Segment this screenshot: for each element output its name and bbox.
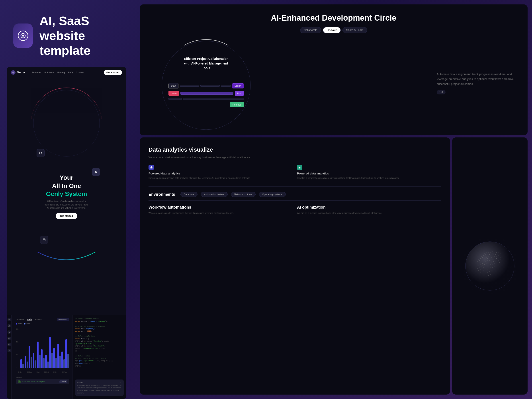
svg-point-30: [485, 254, 486, 255]
svg-point-49: [481, 260, 481, 260]
svg-point-28: [481, 256, 482, 257]
chart-area: 60k 40k 20k 0: [16, 326, 69, 370]
code-line-9: 'john@example.com' {'}'},: [75, 342, 124, 345]
svg-point-82: [488, 260, 488, 261]
brand-title-text: AI, SaaS website template: [39, 13, 120, 58]
svg-point-46: [498, 252, 499, 253]
svg-point-118: [480, 272, 481, 273]
wf-row-2: Laura Alex: [168, 91, 244, 96]
tab-innovate[interactable]: Innovate: [323, 27, 341, 33]
detail-button[interactable]: Detail ▾: [59, 380, 67, 383]
bar-group-11: [61, 352, 65, 368]
svg-point-20: [466, 242, 514, 290]
svg-point-93: [481, 266, 481, 267]
nav-pricing[interactable]: Pricing: [57, 71, 65, 74]
analytics-content: Overview Traffic Reports Datatype ▼ Clic…: [16, 318, 69, 384]
env-header: Environments Database Automation testers…: [149, 192, 441, 197]
node-release[interactable]: Release: [230, 102, 244, 107]
svg-point-66: [486, 259, 486, 260]
env-title: Environments: [149, 192, 175, 197]
svg-point-102: [497, 260, 497, 261]
sidebar-icon-file[interactable]: [7, 330, 11, 334]
bar-12-blue: [65, 339, 67, 368]
svg-point-77: [479, 265, 479, 266]
account-text: ↑ 224 new users subscription: [22, 381, 58, 383]
hero-arc-gradient: [35, 250, 98, 267]
bar-3-light: [31, 357, 32, 368]
svg-point-134: [493, 270, 493, 271]
env-tag-os[interactable]: Operating systems: [259, 192, 286, 197]
nav-cta-button[interactable]: Get started: [104, 70, 122, 75]
svg-point-62: [479, 263, 479, 263]
nav-features[interactable]: Features: [32, 71, 41, 74]
x-label-2: 25 Sep: [27, 371, 32, 373]
analytics-tabs: Overview Traffic Reports Datatype ▼: [16, 318, 69, 321]
account-label: Account: [16, 376, 69, 378]
tab-badge[interactable]: Datatype ▼: [57, 318, 69, 321]
account-item: ↑ 224 new users subscription Detail ▾: [16, 379, 69, 384]
sidebar-icon-settings[interactable]: [7, 337, 11, 340]
svg-point-73: [498, 256, 499, 256]
legend-label-view: View: [26, 323, 30, 325]
svg-point-86: [494, 259, 495, 259]
hero-cta-button[interactable]: Get started: [56, 213, 77, 219]
svg-point-88: [498, 258, 499, 258]
code-line-1: // Import required modules: [75, 318, 124, 320]
bar-12-light: [67, 354, 69, 368]
env-tag-database[interactable]: Database: [180, 192, 197, 197]
x-label-6: 30 Nov: [62, 371, 67, 373]
tab-overview[interactable]: Overview: [16, 318, 24, 321]
sidebar-icon-chart[interactable]: [7, 324, 11, 327]
svg-point-23: [484, 253, 485, 253]
sidebar-icon-trash[interactable]: [7, 349, 11, 352]
node-laura[interactable]: Laura: [168, 91, 179, 96]
y-60k: 60k: [16, 328, 18, 330]
sidebar-icon-refresh[interactable]: [7, 343, 11, 346]
svg-point-99: [491, 262, 492, 262]
brand-header: AI, SaaS website template: [0, 0, 133, 67]
feature-card-2: Powered data analytics Develop a compreh…: [297, 165, 441, 180]
svg-point-119: [482, 272, 482, 272]
svg-point-37: [482, 257, 483, 258]
tab-traffic[interactable]: Traffic: [27, 318, 32, 321]
tab-share-learn[interactable]: Share & Learn: [342, 27, 367, 33]
wf-row-3: [168, 98, 244, 100]
nav-solutions[interactable]: Solutions: [44, 71, 54, 74]
svg-point-58: [497, 254, 498, 254]
da-subtitle: We are on a mission to revolutionize the…: [149, 155, 441, 159]
node-alex[interactable]: Alex: [235, 91, 244, 96]
node-start[interactable]: Start: [168, 83, 178, 89]
code-line-17: {'}'});: [75, 365, 124, 367]
bar-10-light: [59, 356, 61, 368]
svg-point-106: [480, 269, 481, 270]
preview-nav: ◎ Genly Features Solutions Pricing FAQ C…: [7, 67, 126, 78]
y-0: 0: [16, 367, 18, 368]
bar-1-light: [22, 364, 24, 368]
sidebar-icon-home[interactable]: [7, 318, 11, 321]
tab-reports[interactable]: Reports: [35, 318, 42, 321]
pagination[interactable]: 1-3: [437, 90, 446, 95]
tab-collaborate[interactable]: Collaborate: [300, 27, 321, 33]
y-40k: 40k: [16, 341, 18, 343]
wf-bar-s1: [168, 98, 182, 100]
svg-rect-12: [151, 167, 151, 168]
svg-point-98: [490, 262, 490, 263]
hero-text: Your All In One Genly System With a team…: [44, 174, 89, 219]
svg-point-79: [482, 263, 483, 264]
circle-center-text: Efficient Project Collaboration with AI-…: [182, 57, 231, 70]
bars-container: [20, 328, 69, 368]
svg-point-27: [480, 257, 480, 257]
circle-heading: Efficient Project Collaboration with AI-…: [182, 57, 231, 70]
preview-hero: S Your All In One Genly System With a te…: [7, 78, 126, 315]
svg-point-97: [488, 263, 488, 263]
svg-point-64: [482, 261, 482, 261]
bar-9-blue: [53, 348, 55, 368]
svg-point-56: [494, 255, 494, 255]
env-tag-automation[interactable]: Automation testers: [201, 192, 228, 197]
nav-faq[interactable]: FAQ: [68, 71, 73, 74]
svg-point-128: [482, 275, 482, 275]
nav-contact[interactable]: Contact: [76, 71, 84, 74]
x-label-1: 9 Nov: [18, 371, 22, 373]
env-tag-network[interactable]: Network protocol: [231, 192, 256, 197]
node-deploy[interactable]: Deploy: [232, 83, 244, 89]
